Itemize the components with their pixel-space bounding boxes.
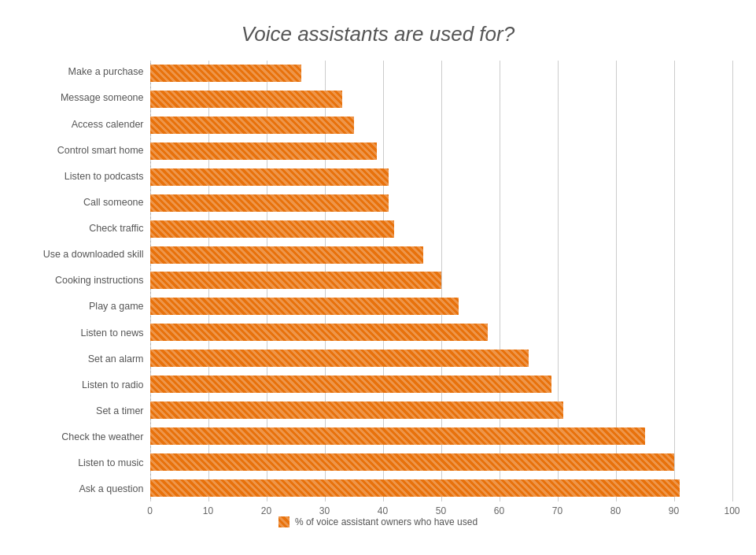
y-label: Ask a question [24,478,144,501]
plot-area [150,61,732,501]
y-label: Listen to music [24,451,144,475]
bar-row [150,218,732,240]
bar [150,168,389,186]
y-label: Access calender [24,113,144,136]
y-label: Make a purchase [24,61,144,84]
y-label: Listen to news [24,321,144,345]
bar [150,401,563,419]
bar [150,298,459,315]
bars-container [150,61,732,501]
y-label: Use a downloaded skill [24,242,144,266]
y-label: Set an alarm [24,347,144,371]
grid-and-bars [150,61,732,501]
y-axis-labels: Make a purchaseMessage someoneAccess cal… [24,61,150,501]
legend: % of voice assistant owners who have use… [24,516,732,527]
bar-row [150,451,732,473]
bar [150,350,529,367]
bar-row [150,114,732,136]
bar-row [150,477,732,499]
x-axis-spacer [24,501,150,505]
chart-area: Make a purchaseMessage someoneAccess cal… [24,61,732,501]
y-label: Control smart home [24,139,144,162]
legend-label: % of voice assistant owners who have use… [295,516,478,527]
grid-line [732,61,733,501]
bar-row [150,62,732,84]
bar [150,117,354,134]
bar [150,246,424,264]
bar-row [150,373,732,395]
x-axis-row: 0102030405060708090100 [24,501,732,505]
y-label: Check the weather [24,425,144,449]
bar [150,65,301,82]
legend-color-box [278,516,289,527]
bar-row [150,88,732,110]
bar [150,194,389,212]
bar [150,91,342,108]
bar [150,376,552,393]
chart-title: Voice assistants are used for? [24,22,732,46]
bar-row [150,192,732,214]
bar-row [150,269,732,291]
y-label: Listen to podcasts [24,165,144,188]
bar [150,427,645,445]
bar-row [150,140,732,162]
bar [150,142,378,160]
bar-row [150,295,732,317]
y-label: Listen to radio [24,373,144,397]
bar [150,220,395,238]
bar-row [150,347,732,369]
bar-row [150,399,732,421]
bar [150,272,441,289]
y-label: Check traffic [24,216,144,240]
y-label: Cooking instructions [24,269,144,293]
y-label: Message someone [24,87,144,110]
bar-row [150,166,732,188]
bar-row [150,425,732,447]
bar-row [150,321,732,343]
bar [150,324,488,341]
bar [150,453,674,471]
bar-row [150,244,732,266]
y-label: Call someone [24,191,144,214]
y-label: Play a game [24,295,144,319]
bar [150,479,680,497]
y-label: Set a timer [24,399,144,423]
chart-container: Voice assistants are used for? Make a pu… [9,6,748,549]
